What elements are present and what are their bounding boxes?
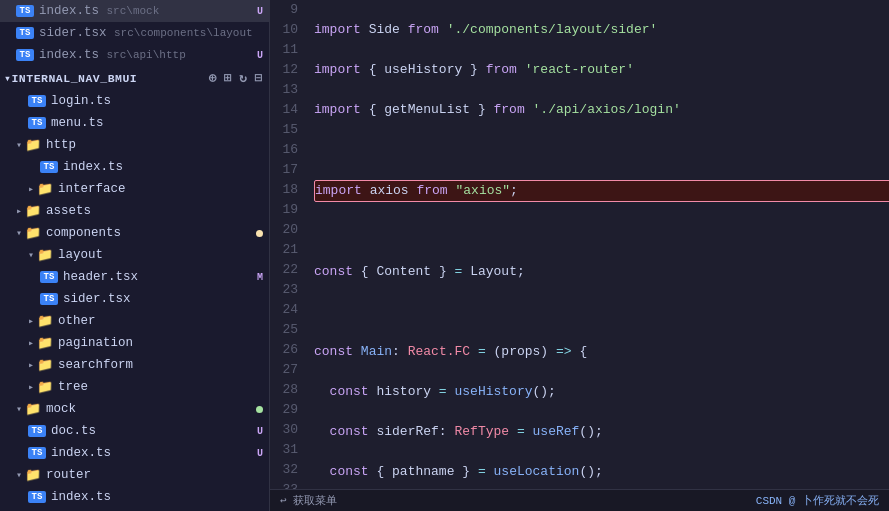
sidebar-folder-mock[interactable]: ▾ 📁 mock <box>0 398 269 420</box>
folder-icon: 📁 <box>25 203 41 219</box>
sidebar-item-menu[interactable]: TS menu.ts <box>0 112 269 134</box>
status-bar: ↩ 获取菜单 CSDN @ 卜作死就不会死 <box>270 489 889 511</box>
ts-icon: TS <box>28 447 46 459</box>
code-content: import Side from './components/layout/si… <box>308 0 889 511</box>
folder-icon: 📁 <box>37 181 53 197</box>
code-area: 9 10 11 12 13 14 15 16 17 18 19 20 21 22… <box>270 0 889 511</box>
sidebar-folder-layout[interactable]: ▾ 📁 layout <box>0 244 269 266</box>
chevron-icon: ▾ <box>16 227 22 239</box>
section-label: INTERNAL_NAV_BMUI <box>11 72 137 85</box>
ts-icon: TS <box>40 161 58 173</box>
chevron-right-icon: ▸ <box>28 359 34 371</box>
chevron-icon: ▾ <box>16 403 22 415</box>
folder-icon: 📁 <box>37 335 53 351</box>
sidebar-folder-other[interactable]: ▸ 📁 other <box>0 310 269 332</box>
folder-icon: 📁 <box>37 247 53 263</box>
sidebar-folder-interface[interactable]: ▸ 📁 interface <box>0 178 269 200</box>
sidebar-item-index-src[interactable]: TS index.ts src\mock U <box>0 0 269 22</box>
ts-icon: TS <box>40 293 58 305</box>
chevron-icon: ▾ <box>16 469 22 481</box>
chevron-icon: ▾ <box>28 249 34 261</box>
new-folder-icon[interactable]: ⊞ <box>222 69 234 87</box>
sidebar-item-sider-tsx[interactable]: TS sider.tsx <box>0 288 269 310</box>
sidebar-folder-router[interactable]: ▾ 📁 router <box>0 464 269 486</box>
new-file-icon[interactable]: ⊕ <box>207 69 219 87</box>
section-internal-nav[interactable]: ▾ INTERNAL_NAV_BMUI ⊕ ⊞ ↻ ⊟ <box>0 66 269 90</box>
folder-icon: 📁 <box>37 379 53 395</box>
sidebar-item-index-router[interactable]: TS index.ts <box>0 486 269 508</box>
chevron-right-icon: ▸ <box>28 315 34 327</box>
sidebar-item-index-api[interactable]: TS index.ts src\api\http U <box>0 44 269 66</box>
ts-icon: TS <box>28 95 46 107</box>
sidebar-folder-pagination[interactable]: ▸ 📁 pagination <box>0 332 269 354</box>
folder-icon: 📁 <box>25 467 41 483</box>
sidebar-item-header[interactable]: TS header.tsx M <box>0 266 269 288</box>
chevron-icon: ▾ <box>4 71 11 85</box>
ts-icon: TS <box>28 491 46 503</box>
chevron-right-icon: ▸ <box>28 337 34 349</box>
sidebar-folder-http[interactable]: ▾ 📁 http <box>0 134 269 156</box>
sidebar-folder-searchform[interactable]: ▸ 📁 searchform <box>0 354 269 376</box>
code-editor: 9 10 11 12 13 14 15 16 17 18 19 20 21 22… <box>270 0 889 511</box>
sidebar-item-doc[interactable]: TS doc.ts U <box>0 420 269 442</box>
ts-icon: TS <box>40 271 58 283</box>
sidebar-folder-assets[interactable]: ▸ 📁 assets <box>0 200 269 222</box>
folder-icon: 📁 <box>25 137 41 153</box>
modified-dot <box>256 230 263 237</box>
git-blame-info: ↩ 获取菜单 <box>280 493 337 508</box>
sidebar-folder-tree[interactable]: ▸ 📁 tree <box>0 376 269 398</box>
folder-icon: 📁 <box>25 225 41 241</box>
chevron-right-icon: ▸ <box>28 381 34 393</box>
ts-icon: TS <box>16 5 34 17</box>
folder-icon: 📁 <box>37 357 53 373</box>
ts-icon: TS <box>16 27 34 39</box>
watermark: CSDN @ 卜作死就不会死 <box>756 493 879 508</box>
ts-icon: TS <box>16 49 34 61</box>
sidebar-folder-components[interactable]: ▾ 📁 components <box>0 222 269 244</box>
line-numbers: 9 10 11 12 13 14 15 16 17 18 19 20 21 22… <box>270 0 308 511</box>
modified-dot <box>256 406 263 413</box>
sidebar-item-sider[interactable]: TS sider.tsx src\components\layout <box>0 22 269 44</box>
sidebar-item-index-mock[interactable]: TS index.ts U <box>0 442 269 464</box>
folder-icon: 📁 <box>25 401 41 417</box>
sidebar-item-login[interactable]: TS login.ts <box>0 90 269 112</box>
chevron-icon: ▾ <box>16 139 22 151</box>
collapse-icon[interactable]: ⊟ <box>253 69 265 87</box>
sidebar-item-index-http[interactable]: TS index.ts <box>0 156 269 178</box>
refresh-icon[interactable]: ↻ <box>237 69 249 87</box>
chevron-right-icon: ▸ <box>28 183 34 195</box>
file-explorer: TS index.ts src\mock U TS sider.tsx src\… <box>0 0 270 511</box>
folder-icon: 📁 <box>37 313 53 329</box>
ts-icon: TS <box>28 117 46 129</box>
ts-icon: TS <box>28 425 46 437</box>
chevron-right-icon: ▸ <box>16 205 22 217</box>
